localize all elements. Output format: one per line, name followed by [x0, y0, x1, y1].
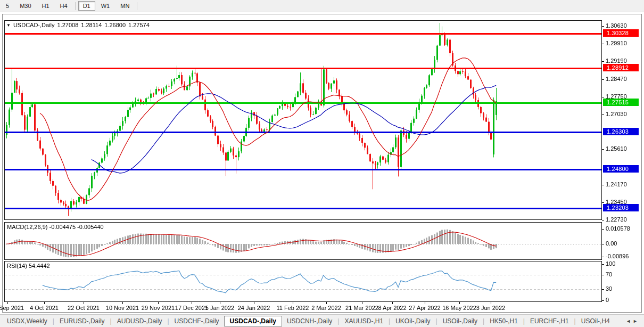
- timeframe-button-h1[interactable]: H1: [37, 1, 54, 11]
- timeframe-button-mn[interactable]: MN: [115, 1, 134, 11]
- chart-canvas[interactable]: [0, 0, 644, 327]
- chart-tabs-bar: USDX,Weekly|EURUSD-,Daily|AUDUSD-,Daily|…: [0, 314, 644, 327]
- ohlc-high: 1.28114: [81, 22, 102, 28]
- tab-scroll-right-icon[interactable]: ►: [633, 318, 640, 324]
- chart-title: ▼ USDCAD-,Daily 1.27008 1.28114 1.26800 …: [6, 22, 150, 28]
- price-axis-tick: 1.29910: [606, 40, 627, 46]
- tab-scroll-arrows: ◄►: [626, 318, 644, 324]
- price-line-badge: 1.27515: [603, 99, 639, 106]
- chart-menu-icon[interactable]: ▼: [6, 23, 11, 28]
- tab-usdcad-daily[interactable]: USDCAD-,Daily: [224, 316, 282, 326]
- price-axis-tick: 1.24170: [606, 181, 627, 187]
- chart-symbol-label: USDCAD-,Daily: [13, 22, 55, 28]
- date-axis-tick: 4 Oct 2021: [30, 305, 59, 311]
- ohlc-close: 1.27574: [128, 22, 150, 28]
- price-axis-tick: 1.22730: [606, 216, 627, 223]
- toolbar-separator: [137, 2, 137, 10]
- macd-axis-tick: 0.00: [606, 240, 617, 247]
- rsi-axis-tick: 70: [606, 271, 612, 277]
- rsi-indicator-label: RSI(14) 54.4442: [7, 263, 50, 269]
- date-axis-tick: 3 Jun 2022: [476, 305, 505, 311]
- price-axis-tick: 1.30630: [606, 22, 627, 29]
- date-axis-tick: 22 Oct 2021: [68, 305, 100, 311]
- date-axis-tick: 10 Nov 2021: [106, 305, 139, 311]
- price-axis-tick: 1.27030: [606, 111, 627, 117]
- date-axis-tick: 17 Dec 2021: [175, 305, 208, 311]
- date-axis-tick: 24 Jan 2022: [238, 305, 270, 311]
- date-axis-tick: 11 Feb 2022: [277, 305, 309, 311]
- tab-xauusd-h1[interactable]: XAUUSD-,H1: [340, 316, 388, 326]
- date-axis-tick: 27 Apr 2022: [409, 305, 440, 311]
- tab-usoil-h4[interactable]: USOil-,H4: [576, 316, 615, 326]
- tab-eurchf-h1[interactable]: EURCHF-,H1: [525, 316, 574, 326]
- timeframe-button-h4[interactable]: H4: [55, 1, 72, 11]
- price-line-badge: 1.30328: [603, 29, 639, 37]
- price-line-badge: 1.23203: [603, 204, 639, 211]
- timeframe-button-m30[interactable]: M30: [15, 1, 36, 11]
- ohlc-low: 1.26800: [104, 22, 126, 28]
- timeframe-button-w1[interactable]: W1: [96, 1, 115, 11]
- tab-audusd-daily[interactable]: AUDUSD-,Daily: [112, 316, 167, 326]
- date-axis-tick: 21 Mar 2022: [345, 305, 378, 311]
- date-axis-tick: 16 May 2022: [442, 305, 476, 311]
- date-axis-tick: 29 Nov 2021: [142, 305, 175, 311]
- date-axis-tick: 2 Mar 2022: [311, 305, 341, 311]
- ohlc-open: 1.27008: [57, 22, 79, 28]
- price-axis-tick: 1.25610: [606, 145, 627, 152]
- toolbar-separator: [75, 2, 76, 10]
- date-axis-tick: 5 Jan 2022: [205, 305, 234, 311]
- timeframe-toolbar: 5M30H1H4D1W1MN: [0, 0, 644, 12]
- rsi-axis-tick: 100: [606, 260, 615, 267]
- macd-axis-tick: 0.010578: [606, 225, 630, 232]
- tab-hk50-h1[interactable]: HK50-,H1: [485, 316, 523, 326]
- price-axis-tick: 1.29190: [606, 58, 627, 64]
- macd-axis-tick: -0.00896: [606, 253, 629, 259]
- tab-ukoil-daily[interactable]: UKOil-,Daily: [391, 316, 435, 326]
- price-line-badge: 1.24800: [603, 165, 639, 173]
- macd-indicator-label: MACD(12,26,9) -0.004475 -0.005440: [7, 224, 104, 230]
- price-line-badge: 1.26303: [603, 128, 639, 135]
- rsi-axis-tick: 30: [606, 285, 612, 292]
- timeframe-button-d1[interactable]: D1: [78, 1, 95, 11]
- tab-usdchf-daily[interactable]: USDCHF-,Daily: [170, 316, 224, 326]
- price-line-badge: 1.28912: [603, 64, 639, 71]
- rsi-axis-tick: 0: [606, 297, 609, 303]
- tab-scroll-left-icon[interactable]: ◄: [626, 318, 633, 324]
- tab-eurusd-daily[interactable]: EURUSD-,Daily: [55, 316, 110, 326]
- tab-usoil-daily[interactable]: USOil-,Daily: [438, 316, 482, 326]
- date-axis-tick: 15 Sep 2021: [0, 305, 24, 311]
- price-axis-tick: 1.28470: [606, 76, 627, 82]
- tab-usdcnh-daily[interactable]: USDCNH-,Daily: [282, 316, 337, 326]
- date-axis-tick: 8 Apr 2022: [378, 305, 406, 311]
- tab-usdx-weekly[interactable]: USDX,Weekly: [2, 316, 52, 326]
- timeframe-button-5[interactable]: 5: [1, 1, 14, 11]
